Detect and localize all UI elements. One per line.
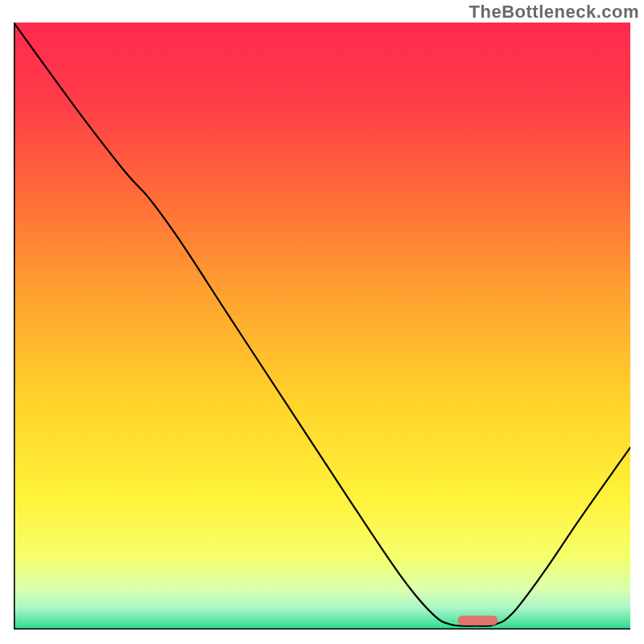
plot-area — [14, 23, 630, 630]
gradient-background — [14, 23, 630, 630]
watermark-label: TheBottleneck.com — [469, 2, 639, 23]
sweet-spot-marker — [458, 616, 498, 625]
plot-svg — [14, 23, 630, 630]
chart-stage: TheBottleneck.com — [0, 0, 644, 644]
